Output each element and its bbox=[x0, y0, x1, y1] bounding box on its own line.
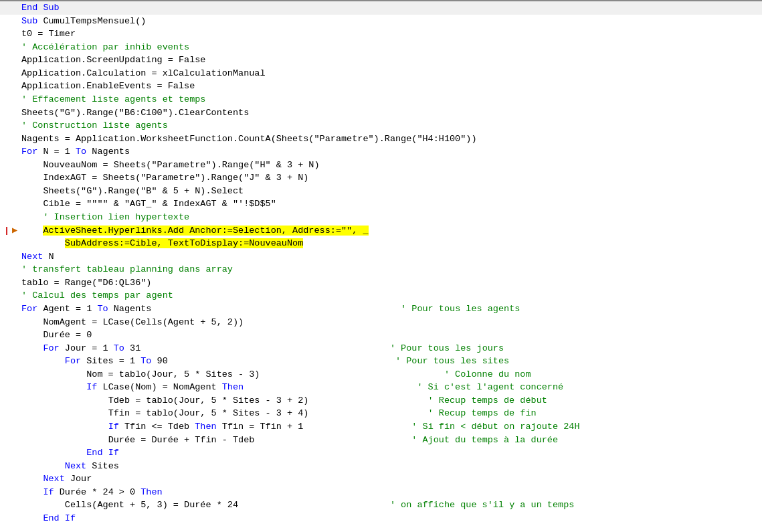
code-token: ' Si c'est l'agent concerné bbox=[244, 382, 563, 392]
line-content: If Durée * 24 > 0 Then bbox=[21, 486, 163, 499]
code-token: Application.ScreenUpdating = False bbox=[21, 55, 205, 65]
code-line: End Sub bbox=[0, 0, 762, 15]
code-token: Durée * 24 > 0 bbox=[60, 487, 141, 497]
code-token: For bbox=[65, 356, 86, 366]
code-line: NouveauNom = Sheets("Parametre").Range("… bbox=[0, 159, 762, 172]
line-content: SubAddress:=Cible, TextToDisplay:=Nouvea… bbox=[21, 237, 303, 250]
code-token: Sheets("G").Range("B" & 5 + N).Select bbox=[43, 186, 244, 196]
line-content: If Tfin <= Tdeb Then Tfin = Tfin + 1 ' S… bbox=[21, 420, 579, 434]
code-token: For bbox=[21, 147, 43, 157]
code-token: Nagents bbox=[92, 147, 130, 157]
code-token: Application.EnableEvents = False bbox=[21, 81, 195, 91]
code-token: Durée = Durée + Tfin - Tdeb bbox=[108, 435, 255, 445]
code-token: Then bbox=[195, 422, 222, 432]
code-line: For N = 1 To Nagents bbox=[0, 145, 762, 159]
line-content: ' Accélération par inhib events bbox=[21, 41, 189, 54]
code-line: ' Accélération par inhib events bbox=[0, 41, 762, 54]
line-content: Durée = 0 bbox=[21, 329, 92, 342]
code-token: N bbox=[49, 252, 54, 262]
code-token: Next bbox=[21, 252, 49, 262]
code-line: ' transfert tableau planning dans array bbox=[0, 263, 762, 276]
code-token: If bbox=[43, 487, 59, 497]
code-token: Application.Calculation = xlCalculationM… bbox=[21, 68, 266, 78]
code-line: Nom = tablo(Jour, 5 * Sites - 3) ' Colon… bbox=[0, 368, 762, 381]
line-content: If LCase(Nom) = NomAgent Then ' Si c'est… bbox=[21, 381, 563, 394]
code-token: NomAgent = LCase(Cells(Agent + 5, 2)) bbox=[43, 317, 244, 327]
code-token: IndexAGT = Sheets("Parametre").Range("J"… bbox=[43, 173, 308, 183]
code-token: 90 bbox=[157, 356, 168, 366]
code-token: If bbox=[86, 382, 102, 392]
line-content: Application.ScreenUpdating = False bbox=[21, 54, 205, 67]
line-content: Nom = tablo(Jour, 5 * Sites - 3) ' Colon… bbox=[21, 368, 531, 381]
code-line: tablo = Range("D6:QL36") bbox=[0, 276, 762, 290]
code-token: ' Recup temps de fin bbox=[308, 408, 536, 418]
line-content: Durée = Durée + Tfin - Tdeb ' Ajout du t… bbox=[21, 434, 558, 447]
code-token: LCase(Nom) = NomAgent bbox=[103, 382, 222, 392]
line-content: ' transfert tableau planning dans array bbox=[21, 263, 233, 276]
code-token: Jour bbox=[70, 474, 92, 484]
code-token: ' Construction liste agents bbox=[21, 120, 168, 130]
code-token: Durée = 0 bbox=[43, 330, 92, 340]
line-content: For Sites = 1 To 90 ' Pour tous les site… bbox=[21, 355, 509, 368]
code-line: SubAddress:=Cible, TextToDisplay:=Nouvea… bbox=[0, 237, 762, 250]
code-line: Application.ScreenUpdating = False bbox=[0, 54, 762, 67]
code-line: Durée = Durée + Tfin - Tdeb ' Ajout du t… bbox=[0, 434, 762, 447]
code-token: ' Ajout du temps à la durée bbox=[254, 435, 558, 445]
code-token: Tfin = Tfin + 1 bbox=[222, 422, 304, 432]
line-content: Cells(Agent + 5, 3) = Durée * 24 ' on af… bbox=[21, 499, 574, 512]
code-line: Application.EnableEvents = False bbox=[0, 80, 762, 93]
line-content: For Jour = 1 To 31 ' Pour tous les jours bbox=[21, 342, 504, 355]
code-line: Next Sites bbox=[0, 460, 762, 473]
code-token: ' on affiche que s'il y a un temps bbox=[238, 500, 574, 510]
code-line: NomAgent = LCase(Cells(Agent + 5, 2)) bbox=[0, 316, 762, 329]
code-token: For bbox=[21, 304, 43, 314]
code-token: End bbox=[86, 448, 108, 458]
arrow-indicator: ▶ bbox=[12, 224, 21, 238]
code-line: For Sites = 1 To 90 ' Pour tous les site… bbox=[0, 355, 762, 368]
code-token: NouveauNom = Sheets("Parametre").Range("… bbox=[43, 160, 319, 170]
code-token: To bbox=[76, 147, 92, 157]
code-token: Tfin <= Tdeb bbox=[124, 422, 195, 432]
code-line: Durée = 0 bbox=[0, 329, 762, 342]
code-token: ' Si fin < début on rajoute 24H bbox=[303, 422, 579, 432]
code-token: Nagents bbox=[114, 304, 152, 314]
line-content: ' Construction liste agents bbox=[21, 119, 168, 132]
code-token: If bbox=[108, 422, 124, 432]
code-line: Sheets("G").Range("B" & 5 + N).Select bbox=[0, 185, 762, 198]
code-token: N = 1 bbox=[43, 147, 76, 157]
code-token: tablo = Range("D6:QL36") bbox=[21, 278, 151, 288]
line-content: For N = 1 To Nagents bbox=[21, 145, 130, 159]
code-token: ' Accélération par inhib events bbox=[21, 42, 189, 52]
code-token: End bbox=[43, 513, 64, 523]
code-editor: End SubSub CumulTempsMensuel()t0 = Timer… bbox=[0, 0, 762, 525]
code-line: Tfin = tablo(Jour, 5 * Sites - 3 + 4) ' … bbox=[0, 407, 762, 420]
code-token: Tdeb = tablo(Jour, 5 * Sites - 3 + 2) bbox=[108, 395, 309, 406]
line-content: Tdeb = tablo(Jour, 5 * Sites - 3 + 2) ' … bbox=[21, 394, 547, 408]
line-content: Application.EnableEvents = False bbox=[21, 80, 195, 93]
line-content: Nagents = Application.WorksheetFunction.… bbox=[21, 132, 477, 146]
code-token: Then bbox=[140, 487, 162, 497]
line-content: IndexAGT = Sheets("Parametre").Range("J"… bbox=[21, 171, 308, 185]
code-token: Tfin = tablo(Jour, 5 * Sites - 3 + 4) bbox=[108, 408, 309, 418]
line-indicator: | bbox=[1, 224, 12, 238]
line-content: ActiveSheet.Hyperlinks.Add Anchor:=Selec… bbox=[21, 224, 369, 238]
line-content: Sheets("G").Range("B6:C100").ClearConten… bbox=[21, 106, 249, 120]
code-line: ' Insertion lien hypertexte bbox=[0, 211, 762, 224]
code-token: Cells(Agent + 5, 3) = Durée * 24 bbox=[65, 500, 238, 510]
code-token: Nom = tablo(Jour, 5 * Sites - 3) bbox=[86, 369, 260, 379]
code-token: To bbox=[97, 304, 113, 314]
code-token: To bbox=[114, 343, 130, 353]
code-line: |▶ ActiveSheet.Hyperlinks.Add Anchor:=Se… bbox=[0, 224, 762, 238]
code-token: Agent = 1 bbox=[43, 304, 97, 314]
code-line: ' Effacement liste agents et temps bbox=[0, 93, 762, 106]
code-token: Nagents = Application.WorksheetFunction.… bbox=[21, 134, 477, 144]
code-token: Cible = """" & "AGT_" & IndexAGT & "'!$D… bbox=[43, 199, 276, 209]
code-token: ' Calcul des temps par agent bbox=[21, 290, 173, 300]
code-line: Sheets("G").Range("B6:C100").ClearConten… bbox=[0, 106, 762, 120]
code-line: End If bbox=[0, 512, 762, 525]
code-token: ' Effacement liste agents et temps bbox=[21, 94, 205, 104]
line-content: End Sub bbox=[21, 1, 60, 15]
code-line: ' Calcul des temps par agent bbox=[0, 289, 762, 302]
code-token: Sites bbox=[92, 461, 119, 471]
code-token: If bbox=[65, 513, 76, 523]
